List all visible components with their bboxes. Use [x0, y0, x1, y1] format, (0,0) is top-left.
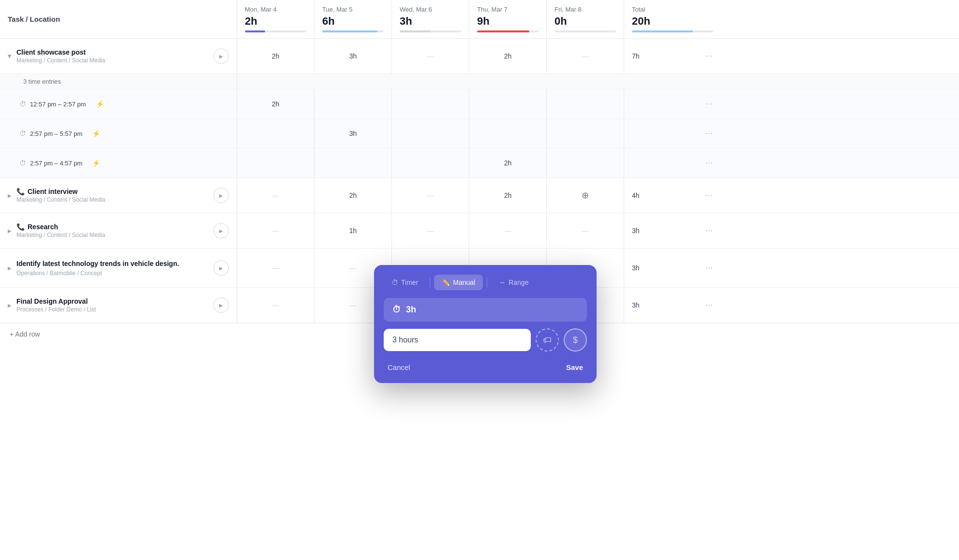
expand-arrow-client-showcase[interactable]: ▶: [7, 54, 13, 58]
time-entry-3-cell: ⏱ 2:57 pm – 4:57 pm ⚡: [0, 148, 237, 177]
entry2-wed[interactable]: [392, 119, 469, 148]
expand-arrow-client-interview[interactable]: ▶: [8, 193, 12, 198]
time-entries-label: 3 time entries: [0, 74, 237, 89]
popup-actions: Cancel Save: [384, 359, 587, 373]
total-research: 3h ···: [624, 213, 721, 248]
task-cell-client-showcase: ▶ Client showcase post Marketing / Conte…: [0, 39, 237, 74]
popup-duration-display: ⏱ 3h: [384, 298, 587, 322]
timesheet-container: Task / Location Mon, Mar 4 2h Tue, Mar 5…: [0, 0, 959, 560]
time-wed-client-interview[interactable]: —: [392, 178, 469, 213]
total-final-design: 3h ···: [624, 288, 721, 323]
time-entry-1-cell: ⏱ 12:57 pm – 2:57 pm ⚡: [0, 89, 237, 118]
time-fri-research[interactable]: —: [547, 213, 624, 248]
play-button-client-interview[interactable]: ▶: [213, 188, 229, 203]
phone-icon-research: 📞: [16, 223, 25, 231]
popup-save-button[interactable]: Save: [562, 361, 587, 373]
range-icon: ↔: [499, 279, 506, 286]
clock-icon-1: ⏱: [19, 100, 26, 108]
task-location-header: Task / Location: [0, 0, 237, 38]
no-bill-icon-2: ⚡: [92, 130, 100, 137]
popup-cancel-button[interactable]: Cancel: [384, 361, 414, 373]
wed-label: Wed, Mar 6: [400, 6, 461, 13]
time-thu-client-interview[interactable]: 2h: [469, 178, 547, 213]
time-mon-research[interactable]: —: [237, 213, 315, 248]
popup-duration-value: 3h: [406, 305, 416, 315]
entry1-tue[interactable]: [315, 89, 392, 118]
time-mon-client-interview[interactable]: —: [237, 178, 315, 213]
more-button-client-interview[interactable]: ···: [705, 191, 713, 200]
time-entry-1: ⏱ 12:57 pm – 2:57 pm ⚡ 2h ···: [0, 89, 959, 119]
popup-tab-range[interactable]: ↔ Range: [491, 275, 536, 290]
expand-arrow-identify-trends[interactable]: ▶: [8, 265, 12, 271]
entry1-mon[interactable]: 2h: [237, 89, 315, 118]
more-button-entry1[interactable]: ···: [705, 100, 713, 108]
entry2-fri[interactable]: [547, 119, 624, 148]
thu-label: Thu, Mar 7: [477, 6, 539, 13]
time-fri-client-interview[interactable]: ⊕: [547, 178, 624, 213]
more-button-entry3[interactable]: ···: [705, 159, 713, 167]
timer-add-icon[interactable]: ⊕: [582, 190, 589, 201]
total-client-interview: 4h ···: [624, 178, 721, 213]
time-wed-client-showcase[interactable]: —: [392, 39, 469, 74]
expand-arrow-final-design[interactable]: ▶: [8, 303, 12, 308]
popup-tab-manual[interactable]: ✏️ Manual: [434, 275, 483, 290]
more-button-client-showcase[interactable]: ···: [705, 52, 713, 60]
play-button-research[interactable]: ▶: [213, 223, 229, 238]
task-cell-identify-trends: ▶ Identify latest technology trends in v…: [0, 249, 237, 287]
entry3-tue[interactable]: [315, 148, 392, 177]
entry3-fri[interactable]: [547, 148, 624, 177]
more-button-final-design[interactable]: ···: [705, 301, 713, 309]
tag-button[interactable]: 🏷: [536, 328, 559, 352]
task-info-client-interview: 📞 Client interview Marketing / Content /…: [16, 188, 209, 203]
time-tue-client-interview[interactable]: 2h: [315, 178, 392, 213]
time-thu-client-showcase[interactable]: 2h: [469, 39, 547, 74]
time-tue-research[interactable]: 1h: [315, 213, 392, 248]
time-thu-research[interactable]: —: [469, 213, 547, 248]
manual-icon: ✏️: [442, 279, 450, 286]
time-range-2: 2:57 pm – 5:57 pm: [30, 130, 82, 137]
time-mon-final-design[interactable]: —: [237, 288, 315, 323]
entry2-tue[interactable]: 3h: [315, 119, 392, 148]
entry3-wed[interactable]: [392, 148, 469, 177]
entry3-thu[interactable]: 2h: [469, 148, 547, 177]
time-tue-client-showcase[interactable]: 3h: [315, 39, 392, 74]
billable-button[interactable]: $: [564, 328, 587, 352]
time-mon-client-showcase[interactable]: 2h: [237, 39, 315, 74]
play-button-final-design[interactable]: ▶: [213, 297, 229, 313]
more-button-entry2[interactable]: ···: [705, 129, 713, 138]
more-button-identify[interactable]: ···: [705, 264, 713, 272]
clock-icon-2: ⏱: [19, 130, 26, 137]
tue-progress-bar: [322, 30, 384, 32]
phone-icon-client-interview: 📞: [16, 188, 25, 195]
play-button-identify-trends[interactable]: ▶: [213, 260, 229, 276]
task-name-client-interview: 📞 Client interview: [16, 188, 209, 195]
entry3-mon[interactable]: [237, 148, 315, 177]
fri-progress-bar: [554, 30, 616, 32]
play-button-client-showcase[interactable]: ▶: [213, 48, 229, 64]
time-wed-research[interactable]: —: [392, 213, 469, 248]
header-fri: Fri, Mar 8 0h: [547, 0, 624, 38]
entry1-fri[interactable]: [547, 89, 624, 118]
time-range-3: 2:57 pm – 4:57 pm: [30, 160, 82, 167]
time-fri-client-showcase[interactable]: —: [547, 39, 624, 74]
popup-tab-timer[interactable]: ⏱ Timer: [384, 275, 426, 290]
popup-tabs: ⏱ Timer ✏️ Manual ↔ Range: [384, 275, 587, 290]
no-bill-icon-1: ⚡: [96, 100, 104, 108]
expand-arrow-research[interactable]: ▶: [8, 228, 12, 234]
wed-progress-bar: [400, 30, 461, 32]
time-input[interactable]: [384, 329, 531, 351]
entry2-thu[interactable]: [469, 119, 547, 148]
popup-tab-timer-label: Timer: [401, 279, 418, 286]
entry2-total: ···: [624, 119, 721, 148]
mon-label: Mon, Mar 4: [245, 6, 306, 13]
header-mon: Mon, Mar 4 2h: [237, 0, 315, 38]
task-name-identify-trends: Identify latest technology trends in veh…: [16, 259, 209, 269]
task-location-research: Marketing / Content / Social Media: [16, 232, 209, 238]
entry1-wed[interactable]: [392, 89, 469, 118]
entry1-thu[interactable]: [469, 89, 547, 118]
more-button-research[interactable]: ···: [705, 226, 713, 235]
header-wed: Wed, Mar 6 3h: [392, 0, 469, 38]
task-row-client-showcase: ▶ Client showcase post Marketing / Conte…: [0, 39, 959, 74]
entry2-mon[interactable]: [237, 119, 315, 148]
time-mon-identify[interactable]: —: [237, 249, 315, 287]
